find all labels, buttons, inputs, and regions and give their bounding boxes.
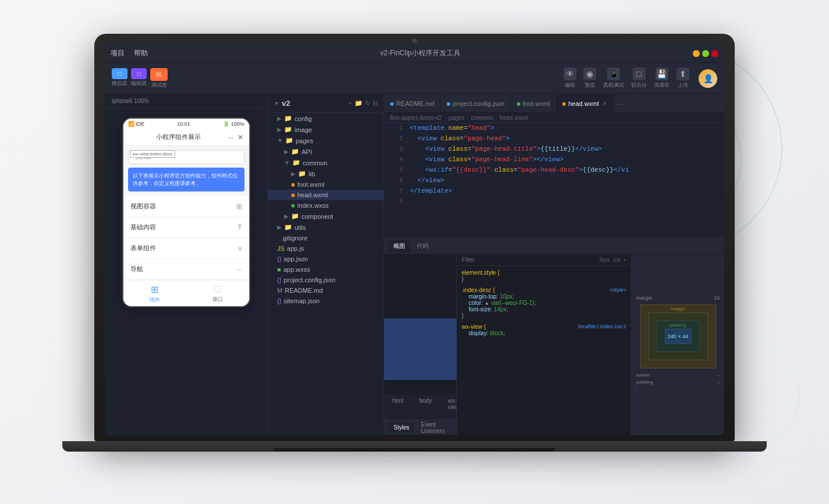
tool-upload[interactable]: ⬆ 上传 — [676, 68, 689, 89]
list-item[interactable]: 基础内容 T — [123, 217, 249, 238]
filter-add-icon[interactable]: + — [623, 257, 626, 263]
element-highlight: wx-view.index-desc 240×44 — [128, 150, 245, 164]
maximize-button[interactable] — [702, 50, 709, 57]
list-item-icon: ⊞ — [236, 203, 242, 211]
breadcrumb-root[interactable]: fino-applet-demo-v2 — [390, 115, 442, 121]
tree-item-index-wxss[interactable]: ■ index.wxss — [268, 200, 384, 211]
folder-arrow: ▶ — [291, 171, 296, 177]
breadcrumb-pages[interactable]: pages — [448, 115, 464, 121]
tab-more-icon[interactable]: ··· — [614, 99, 628, 108]
list-item[interactable]: 视图容器 ⊞ — [123, 196, 249, 217]
html-tree-line[interactable]: </wx-view> — [384, 380, 456, 395]
tool-device[interactable]: 📱 真机调试 — [603, 68, 624, 89]
folder-arrow: ▶ — [284, 148, 289, 155]
expand-arrow[interactable]: ▼ — [274, 100, 279, 107]
html-tree-line[interactable]: resources/kind/logo.png">_</wx-image> — [384, 288, 456, 318]
box-model-container: margin 10 margin padding — [631, 254, 724, 435]
tree-item-image[interactable]: ▶ 📁 image — [268, 124, 384, 135]
filter-hover-icon[interactable]: :hov — [598, 257, 610, 263]
el-tab-html[interactable]: html — [389, 396, 407, 418]
menu-help[interactable]: 帮助 — [134, 48, 148, 58]
breadcrumb-file[interactable]: head.wxml — [500, 115, 528, 121]
phone-tab-interface[interactable]: □ 接口 — [186, 284, 249, 304]
styles-filter-buttons: :hov .cls + — [598, 257, 626, 263]
tree-item-readme[interactable]: M README.md — [268, 285, 384, 296]
code-line-7: 7 </template> — [384, 186, 724, 197]
html-tree-line-selected[interactable]: view> == $0 — [384, 349, 456, 380]
folder-icon: 📁 — [291, 212, 299, 220]
el-tab-body[interactable]: body — [416, 396, 435, 418]
btn-test[interactable]: 出 测试签 — [150, 68, 168, 89]
list-item[interactable]: 表单组件 ≡ — [123, 238, 249, 259]
html-tree-line[interactable]: <wx-image class="index-logo" src="../res… — [384, 257, 456, 288]
tree-item-app-wxss[interactable]: ■ app.wxss — [268, 264, 384, 275]
tree-item-common[interactable]: ▼ 📁 common — [268, 157, 384, 168]
btn-editor[interactable]: □ 编辑器 — [131, 68, 147, 89]
tree-label-app-wxss: app.wxss — [284, 266, 310, 273]
styles-tab-styles[interactable]: Styles — [389, 423, 414, 432]
tab-readme-label: README.md — [396, 100, 434, 107]
user-avatar[interactable]: 👤 — [699, 69, 717, 88]
style-source[interactable]: <style> — [610, 287, 626, 293]
collapse-icon[interactable]: ⊟ — [373, 100, 378, 107]
tree-item-gitignore[interactable]: · .gitignore — [268, 233, 384, 243]
tree-item-api[interactable]: ▶ 📁 API — [268, 146, 384, 157]
tree-item-utils[interactable]: ▶ 📁 utils — [268, 222, 384, 233]
md-icon: M — [277, 287, 282, 294]
tab-project-config[interactable]: ■ project.config.json — [441, 94, 511, 112]
tree-item-app-json[interactable]: {} app.json — [268, 254, 384, 264]
menu-project[interactable]: 项目 — [111, 48, 125, 58]
breadcrumb-common[interactable]: common — [471, 115, 493, 121]
tree-item-lib[interactable]: ▶ 📁 lib — [268, 168, 384, 179]
devtools-tab-overview[interactable]: 概图 — [389, 240, 410, 252]
tab-close-icon[interactable]: ✕ — [603, 101, 607, 107]
folder-arrow: ▼ — [284, 159, 290, 166]
tab-foot-wxml[interactable]: ■ foot.wxml — [511, 94, 556, 112]
tree-item-pages[interactable]: ▼ 📁 pages — [268, 135, 384, 146]
devtools-tab-code[interactable]: 代码 — [412, 240, 433, 252]
device-icon: 📱 — [607, 68, 620, 80]
el-tab-wx-view-index[interactable]: wx-view.index — [444, 396, 456, 418]
line-content: <view class="page-head"> — [410, 134, 720, 144]
html-tree[interactable]: <wx-image class="index-logo" src="../res… — [384, 254, 456, 395]
phone-close-icon[interactable]: ✕ — [238, 133, 243, 141]
close-button[interactable] — [711, 50, 718, 57]
btn-simulator[interactable]: □ 模拟器 — [112, 68, 127, 89]
tree-item-project-config[interactable]: {} project.config.json — [268, 275, 384, 285]
phone-tab-components[interactable]: ⊞ 组件 — [123, 284, 186, 304]
list-item[interactable]: 导航 ··· — [123, 259, 249, 280]
tab-head-wxml[interactable]: ■ head.wxml ✕ — [557, 94, 614, 112]
bm-sides-row: - - - - — [636, 388, 720, 395]
refresh-icon[interactable]: ↻ — [365, 100, 370, 107]
tab-project-config-label: project.config.json — [453, 100, 505, 107]
phone-more-icon[interactable]: ··· — [228, 133, 233, 141]
tree-label-utils: utils — [295, 224, 306, 231]
tab-dot-foot: ■ — [516, 100, 520, 107]
tree-item-head-wxml[interactable]: ■ head.wxml — [268, 190, 384, 200]
html-tree-line-selected[interactable]: <wx-view class="index-desc">以下将展示小程序官方组件… — [384, 318, 456, 349]
ide-window: 项目 帮助 v2-FinClip小程序开发工具 □ 模拟器 — [105, 44, 724, 435]
new-folder-icon[interactable]: 📁 — [355, 100, 363, 107]
tool-background[interactable]: □ 切后台 — [631, 68, 647, 89]
style-rule-element: element.style { } — [457, 268, 631, 283]
styles-filter-input[interactable] — [462, 257, 596, 263]
tree-item-app-js[interactable]: JS app.js — [268, 243, 384, 254]
tree-item-config[interactable]: ▶ 📁 config — [268, 113, 384, 124]
code-editor[interactable]: 1 <template name="head"> 2 <view class="… — [384, 123, 724, 237]
simulator-btn[interactable]: □ — [112, 68, 127, 79]
styles-tab-events[interactable]: Event Listeners — [416, 420, 449, 436]
editor-btn[interactable]: □ — [131, 68, 147, 79]
filter-cls-icon[interactable]: .cls — [612, 257, 621, 263]
tool-cache[interactable]: 💾 清缓存 — [654, 68, 669, 89]
test-btn[interactable]: 出 — [150, 68, 168, 81]
minimize-button[interactable] — [693, 50, 700, 57]
styles-tab-dom[interactable]: DOM Breakpoints — [452, 420, 456, 436]
tree-item-sitemap[interactable]: {} sitemap.json — [268, 296, 384, 306]
tool-preview[interactable]: ◉ 预览 — [583, 68, 596, 89]
tool-edit[interactable]: 👁 编辑 — [564, 68, 576, 89]
style-source[interactable]: localfile:/.index.css:2 — [578, 324, 626, 329]
tab-readme[interactable]: ■ README.md — [384, 94, 441, 112]
new-file-icon[interactable]: + — [349, 100, 352, 107]
tree-item-component[interactable]: ▶ 📁 component — [268, 211, 384, 222]
tree-item-foot-wxml[interactable]: ■ foot.wxml — [268, 179, 384, 190]
